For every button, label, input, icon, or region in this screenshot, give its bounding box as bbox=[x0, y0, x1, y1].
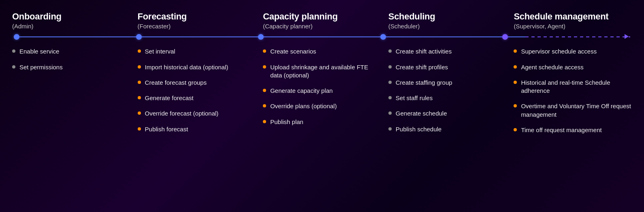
content-col-onboarding: Enable serviceSet permissions bbox=[10, 47, 134, 141]
col-subtitle-forecasting: (Forecaster) bbox=[138, 23, 256, 30]
list-item: Generate forecast bbox=[138, 94, 256, 102]
list-item: Publish forecast bbox=[138, 125, 256, 133]
list-item-text: Historical and real-time Schedule adhere… bbox=[521, 79, 632, 95]
list-item-text: Agent schedule access bbox=[521, 63, 583, 71]
content-col-scheduling: Create shift activitiesCreate shift prof… bbox=[384, 47, 510, 141]
items-list-scheduling: Create shift activitiesCreate shift prof… bbox=[388, 47, 507, 141]
list-item-text: Generate schedule bbox=[396, 109, 447, 118]
list-item: Import historical data (optional) bbox=[138, 63, 256, 71]
list-bullet bbox=[388, 65, 392, 69]
list-bullet bbox=[138, 96, 141, 99]
content-col-capacity: Create scenariosUpload shrinkage and ava… bbox=[259, 47, 384, 141]
timeline-node-sched-mgmt bbox=[502, 34, 508, 40]
list-item: Enable service bbox=[12, 47, 130, 56]
headers-row: Onboarding(Admin)Forecasting(Forecaster)… bbox=[10, 11, 634, 30]
list-item: Overtime and Voluntary Time Off request … bbox=[514, 102, 632, 119]
header-col-forecasting: Forecasting(Forecaster) bbox=[134, 11, 259, 30]
list-item-text: Create shift activities bbox=[396, 47, 452, 56]
list-item-text: Supervisor schedule access bbox=[521, 47, 597, 56]
list-bullet bbox=[263, 49, 266, 53]
list-bullet bbox=[263, 104, 266, 107]
list-bullet bbox=[138, 65, 141, 69]
list-item-text: Override plans (optional) bbox=[270, 102, 337, 110]
items-list-capacity: Create scenariosUpload shrinkage and ava… bbox=[263, 47, 381, 133]
header-col-sched-mgmt: Schedule management(Supervisor, Agent) bbox=[510, 11, 634, 30]
list-item: Supervisor schedule access bbox=[514, 47, 632, 56]
list-bullet bbox=[12, 49, 15, 53]
list-item-text: Publish plan bbox=[270, 118, 303, 126]
list-bullet bbox=[388, 127, 392, 131]
list-item-text: Override forecast (optional) bbox=[145, 109, 219, 118]
main-container: Onboarding(Admin)Forecasting(Forecaster)… bbox=[0, 0, 644, 212]
list-bullet bbox=[138, 111, 141, 115]
content-col-sched-mgmt: Supervisor schedule accessAgent schedule… bbox=[510, 47, 634, 141]
timeline-arrow bbox=[625, 34, 629, 39]
header-col-capacity: Capacity planning(Capacity planner) bbox=[259, 11, 384, 30]
list-bullet bbox=[514, 65, 517, 69]
list-item-text: Time off request management bbox=[521, 126, 601, 134]
list-item-text: Import historical data (optional) bbox=[145, 63, 228, 71]
list-item: Agent schedule access bbox=[514, 63, 632, 71]
list-item: Generate capacity plan bbox=[263, 87, 381, 95]
list-item-text: Publish forecast bbox=[145, 125, 188, 133]
list-bullet bbox=[138, 81, 141, 84]
header-col-scheduling: Scheduling(Scheduler) bbox=[384, 11, 510, 30]
timeline-node-capacity bbox=[258, 34, 264, 40]
items-list-sched-mgmt: Supervisor schedule accessAgent schedule… bbox=[514, 47, 632, 141]
list-bullet bbox=[263, 65, 266, 69]
list-bullet bbox=[514, 104, 517, 107]
list-item-text: Upload shrinkage and available FTE data … bbox=[270, 63, 381, 80]
list-item-text: Generate capacity plan bbox=[270, 87, 333, 95]
col-subtitle-onboarding: (Admin) bbox=[12, 23, 130, 30]
list-item-text: Publish schedule bbox=[396, 125, 441, 133]
col-subtitle-sched-mgmt: (Supervisor, Agent) bbox=[514, 23, 632, 30]
list-item: Create shift profiles bbox=[388, 63, 507, 71]
col-subtitle-capacity: (Capacity planner) bbox=[263, 23, 381, 30]
list-item: Create scenarios bbox=[263, 47, 381, 56]
list-item-text: Generate forecast bbox=[145, 94, 194, 102]
list-bullet bbox=[263, 89, 266, 92]
col-title-capacity: Capacity planning bbox=[263, 11, 381, 22]
list-bullet bbox=[263, 120, 266, 123]
list-item-text: Create shift profiles bbox=[396, 63, 448, 71]
list-item-text: Set staff rules bbox=[396, 94, 433, 102]
list-item-text: Create scenarios bbox=[270, 47, 316, 56]
items-list-onboarding: Enable serviceSet permissions bbox=[12, 47, 130, 79]
list-bullet bbox=[388, 49, 392, 53]
col-subtitle-scheduling: (Scheduler) bbox=[388, 23, 507, 30]
list-bullet bbox=[514, 128, 517, 131]
list-item-text: Set interval bbox=[145, 47, 175, 56]
list-bullet bbox=[388, 81, 392, 84]
col-title-onboarding: Onboarding bbox=[12, 11, 130, 22]
list-bullet bbox=[514, 81, 517, 84]
col-title-forecasting: Forecasting bbox=[138, 11, 256, 22]
list-item: Publish plan bbox=[263, 118, 381, 126]
list-bullet bbox=[138, 49, 141, 53]
timeline-nodes bbox=[10, 34, 634, 40]
timeline-strip bbox=[10, 33, 634, 41]
timeline-node-forecasting bbox=[136, 34, 142, 40]
header-col-onboarding: Onboarding(Admin) bbox=[10, 11, 134, 30]
list-item: Override plans (optional) bbox=[263, 102, 381, 110]
list-item-text: Set permissions bbox=[19, 63, 63, 71]
list-item: Set staff rules bbox=[388, 94, 507, 102]
content-columns: Enable serviceSet permissionsSet interva… bbox=[10, 47, 634, 141]
list-item: Set interval bbox=[138, 47, 256, 56]
list-item: Override forecast (optional) bbox=[138, 109, 256, 118]
timeline-node-onboarding bbox=[14, 34, 19, 40]
list-item-text: Overtime and Voluntary Time Off request … bbox=[521, 102, 632, 119]
list-bullet bbox=[388, 111, 392, 115]
list-item: Upload shrinkage and available FTE data … bbox=[263, 63, 381, 80]
col-title-sched-mgmt: Schedule management bbox=[514, 11, 632, 22]
list-item: Set permissions bbox=[12, 63, 130, 71]
list-item-text: Enable service bbox=[19, 47, 59, 56]
list-item: Create staffing group bbox=[388, 79, 507, 87]
list-item: Publish schedule bbox=[388, 125, 507, 133]
list-item: Historical and real-time Schedule adhere… bbox=[514, 79, 632, 95]
list-bullet bbox=[138, 127, 141, 131]
list-item: Time off request management bbox=[514, 126, 632, 134]
list-bullet bbox=[388, 96, 392, 99]
list-bullet bbox=[12, 65, 15, 69]
list-item-text: Create staffing group bbox=[396, 79, 452, 87]
list-item: Generate schedule bbox=[388, 109, 507, 118]
